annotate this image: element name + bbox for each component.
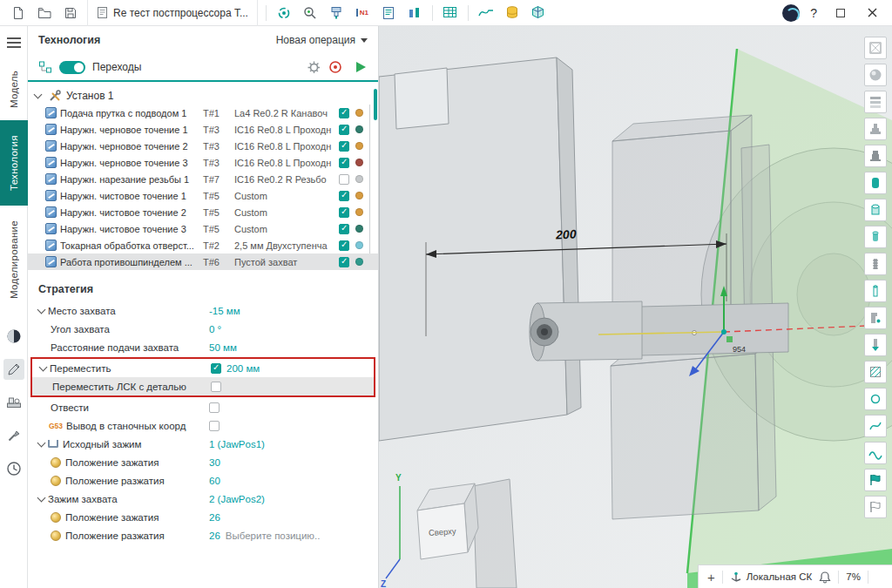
- operation-checkbox[interactable]: [339, 207, 349, 218]
- play-icon[interactable]: [355, 60, 368, 74]
- tube-button[interactable]: [864, 280, 887, 302]
- param-unclamp-position[interactable]: Положение разжатия 60: [28, 471, 378, 490]
- param-grip-angle[interactable]: Угол захвата 0 °: [28, 320, 378, 338]
- machine-setup-button[interactable]: [3, 392, 24, 413]
- operation-checkbox[interactable]: [339, 191, 349, 201]
- viewport-3d[interactable]: 200 954 Y Z: [379, 26, 892, 588]
- zoom-level[interactable]: 7%: [846, 571, 861, 582]
- shading-button[interactable]: [3, 326, 24, 347]
- operation-checkbox[interactable]: [339, 125, 349, 135]
- tab-technology[interactable]: Технология: [0, 120, 28, 206]
- param-machine-coords[interactable]: G53 Вывод в станочных коорд: [28, 416, 378, 435]
- param-unclamp-position-2[interactable]: Положение разжатия 26 Выберите позицию..: [28, 526, 378, 544]
- operation-row[interactable]: Наружн. черновое точение 1 T#3 IC16 Re0.…: [28, 121, 378, 138]
- bushing-button[interactable]: [864, 226, 887, 248]
- param-grip-place[interactable]: Место захвата -15 мм: [28, 301, 378, 320]
- param-value[interactable]: 2 (JawPos2): [209, 494, 265, 504]
- operation-row-selected[interactable]: Работа противошпинделем ... T#6 Пустой з…: [28, 253, 378, 270]
- operation-row[interactable]: Подача прутка с подводом 1 T#1 La4 Re0.2…: [28, 105, 378, 121]
- param-move-lcs[interactable]: Переместить ЛСК с деталью: [32, 377, 374, 395]
- view-cube-button[interactable]: [864, 37, 887, 59]
- operation-checkbox[interactable]: [339, 224, 349, 234]
- param-clamp-position-2[interactable]: Положение зажатия 26: [28, 508, 378, 526]
- history-button[interactable]: [3, 458, 24, 479]
- param-value[interactable]: 26: [209, 512, 220, 523]
- record-icon[interactable]: [328, 60, 342, 74]
- chevron-down-icon[interactable]: [39, 362, 48, 371]
- operation-row[interactable]: Наружн. чистовое точение 3 T#5 Custom: [28, 220, 378, 237]
- param-value[interactable]: 60: [209, 476, 220, 486]
- flag-filled-button[interactable]: [864, 469, 887, 491]
- param-initial-clamp[interactable]: Исходный зажим 1 (JawPos1): [28, 435, 378, 453]
- operation-row[interactable]: Токарная обработка отверст... T#2 2,5 мм…: [28, 237, 378, 253]
- gcode-editor-button[interactable]: N1: [352, 3, 373, 24]
- csys-selector[interactable]: Локальная СК: [730, 571, 813, 583]
- chevron-down-icon[interactable]: [37, 493, 46, 502]
- chuck-a-button[interactable]: [864, 118, 887, 140]
- tab-modeling[interactable]: Моделирование: [0, 206, 28, 314]
- signal-button[interactable]: [476, 3, 497, 24]
- param-move[interactable]: Переместить 200 мм: [32, 359, 374, 377]
- param-retract[interactable]: Отвести: [28, 398, 378, 416]
- param-value[interactable]: 1 (JawPos1): [209, 439, 265, 449]
- wave-surface-button[interactable]: [864, 442, 887, 464]
- operation-checkbox[interactable]: [339, 158, 349, 168]
- param-clamp-position[interactable]: Положение зажатия 30: [28, 453, 378, 471]
- gear-icon[interactable]: [307, 60, 321, 75]
- param-checkbox[interactable]: [209, 402, 220, 413]
- operation-checkbox[interactable]: [339, 108, 349, 118]
- turning-tool-button[interactable]: [864, 334, 887, 356]
- tab-model[interactable]: Модель: [0, 57, 28, 120]
- tools-button[interactable]: [3, 425, 24, 446]
- save-button[interactable]: [60, 3, 81, 24]
- param-checkbox[interactable]: [209, 421, 220, 431]
- section-plane-button[interactable]: [864, 361, 887, 383]
- compare-button[interactable]: [404, 3, 425, 24]
- chevron-down-icon[interactable]: [34, 91, 43, 99]
- param-value[interactable]: -15 мм: [209, 306, 240, 316]
- collet-button[interactable]: [864, 172, 887, 194]
- add-view-button[interactable]: +: [707, 570, 715, 585]
- document-tab[interactable]: Re тест постпроцессора Т...: [87, 0, 258, 26]
- close-button[interactable]: [862, 3, 882, 24]
- new-file-button[interactable]: [8, 3, 29, 24]
- holder-button[interactable]: [864, 307, 887, 329]
- operation-checkbox[interactable]: [339, 257, 349, 267]
- operation-row[interactable]: Наружн. нарезание резьбы 1 T#7 IC16 Re0.…: [28, 171, 378, 187]
- param-value[interactable]: 0 °: [209, 324, 221, 335]
- chuck-b-button[interactable]: [864, 145, 887, 167]
- shaded-view-button[interactable]: [864, 64, 887, 86]
- cube-3d-button[interactable]: [528, 3, 549, 24]
- chevron-down-icon[interactable]: [37, 438, 46, 447]
- param-value[interactable]: 50 мм: [209, 342, 237, 353]
- cylinder-stock-button[interactable]: [864, 199, 887, 221]
- operation-row[interactable]: Наружн. чистовое точение 2 T#5 Custom: [28, 204, 378, 220]
- bell-icon[interactable]: [819, 571, 831, 584]
- operation-checkbox[interactable]: [339, 174, 349, 185]
- menu-button[interactable]: [7, 35, 21, 51]
- zoom-tool-button[interactable]: [300, 3, 321, 24]
- new-operation-dropdown[interactable]: Новая операция: [276, 34, 368, 46]
- operation-checkbox[interactable]: [339, 141, 349, 152]
- point-button[interactable]: [864, 388, 887, 410]
- param-grip-feed-distance[interactable]: Расстояние подачи захвата 50 мм: [28, 338, 378, 356]
- param-value[interactable]: 200 мм: [226, 363, 260, 374]
- open-file-button[interactable]: [34, 3, 55, 24]
- database-button[interactable]: [502, 3, 523, 24]
- account-icon[interactable]: [782, 4, 800, 22]
- scene-canvas[interactable]: 200 954 Y Z: [379, 26, 892, 588]
- operation-row[interactable]: Наружн. чистовое точение 1 T#5 Custom: [28, 187, 378, 204]
- spline-button[interactable]: [864, 415, 887, 437]
- param-value[interactable]: 30: [209, 457, 220, 468]
- operation-checkbox[interactable]: [339, 240, 349, 251]
- maximize-button[interactable]: [830, 3, 851, 24]
- postprocessor-button[interactable]: [274, 3, 294, 24]
- param-value[interactable]: 26: [209, 531, 220, 541]
- stud-button[interactable]: [864, 253, 887, 275]
- stock-stack-button[interactable]: [864, 91, 887, 113]
- table-button[interactable]: [440, 3, 461, 24]
- sketch-button[interactable]: [3, 359, 24, 380]
- operation-row[interactable]: Наружн. черновое точение 3 T#3 IC16 Re0.…: [28, 154, 378, 171]
- help-button[interactable]: ?: [805, 6, 822, 20]
- tree-root-setup[interactable]: Установ 1: [28, 87, 378, 105]
